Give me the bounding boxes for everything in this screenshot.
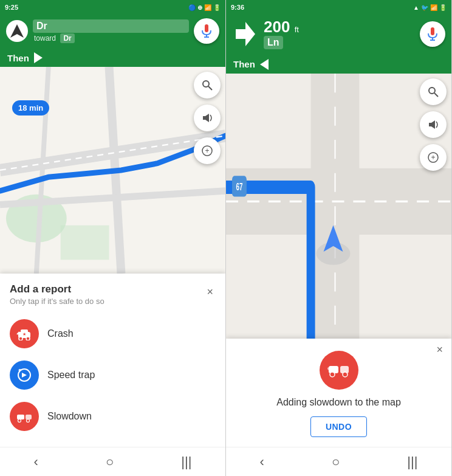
svg-marker-29 (236, 22, 255, 46)
search-button-right[interactable] (420, 78, 447, 105)
status-icons-left: 🔵 ⊕ 📶 🔋 (188, 4, 221, 11)
status-bar-left: 9:25 🔵 ⊕ 📶 🔋 (0, 0, 225, 15)
then-banner-left: Then (0, 49, 225, 67)
undo-button[interactable]: UNDO (310, 416, 367, 437)
slowdown-adding-icon (320, 351, 358, 390)
street-name-right: Ln (264, 36, 283, 49)
status-bar-right: 9:36 ▲ 🐦 📶 🔋 (226, 0, 451, 15)
svg-marker-24 (22, 373, 27, 378)
svg-point-27 (18, 419, 21, 423)
mic-button-left[interactable] (194, 18, 219, 44)
audio-button-right[interactable] (420, 111, 447, 138)
crash-report-item[interactable]: ★ Crash (10, 313, 216, 354)
svg-rect-30 (431, 27, 434, 35)
speed-trap-label: Speed trap (47, 370, 95, 381)
chat-button-right[interactable]: + (420, 144, 447, 171)
adding-slowdown-sheet: × Adding slowdown to the map UNDO (226, 339, 451, 447)
adding-text: Adding slowdown to the map (276, 397, 401, 408)
svg-marker-15 (203, 114, 209, 122)
sheet-header: Add a report Only tap if it's safe to do… (10, 283, 216, 306)
svg-point-50 (330, 372, 335, 377)
slowdown-icon (10, 402, 39, 431)
audio-button-left[interactable] (194, 105, 221, 131)
svg-point-28 (27, 419, 30, 423)
svg-point-21 (26, 337, 30, 340)
float-buttons-left: + (194, 72, 221, 164)
chat-button-left[interactable]: + (194, 137, 221, 164)
svg-point-43 (429, 88, 435, 94)
right-panel: 9:36 ▲ 🐦 📶 🔋 200 ft Ln (226, 0, 452, 476)
svg-marker-33 (260, 59, 269, 70)
bottom-nav-right: ‹ ○ ||| (226, 447, 451, 476)
back-button-right[interactable]: ‹ (260, 454, 264, 470)
map-left: 18 min + (0, 67, 225, 274)
svg-rect-25 (17, 415, 24, 419)
svg-text:★: ★ (22, 332, 26, 336)
close-sheet-button[interactable]: × (204, 283, 216, 301)
map-right: 67 + (226, 74, 451, 339)
svg-line-14 (208, 86, 212, 90)
street-name-left: Dr (33, 19, 189, 33)
svg-rect-26 (26, 415, 32, 419)
svg-point-20 (19, 337, 22, 340)
home-button-left[interactable]: ○ (106, 454, 114, 470)
direction-arrow (6, 20, 28, 42)
eta-badge: 18 min (12, 100, 49, 116)
speed-trap-report-item[interactable]: Speed trap (10, 354, 216, 396)
svg-marker-45 (429, 120, 435, 129)
direction-arrow-right (232, 21, 259, 47)
bottom-nav-left: ‹ ○ ||| (0, 447, 225, 476)
svg-marker-4 (34, 52, 43, 63)
then-banner-right: Then (226, 55, 451, 74)
menu-button-left[interactable]: ||| (181, 454, 191, 470)
distance-display: 200 ft (264, 18, 415, 36)
svg-text:+: + (431, 153, 435, 162)
nav-header-right: 200 ft Ln (226, 15, 451, 55)
menu-button-right[interactable]: ||| (407, 454, 417, 470)
svg-marker-0 (10, 24, 24, 38)
close-adding-button[interactable]: × (436, 343, 443, 356)
svg-text:67: 67 (236, 181, 242, 192)
home-button-right[interactable]: ○ (332, 454, 340, 470)
sheet-subtitle: Only tap if it's safe to do so (10, 297, 104, 306)
slowdown-report-item[interactable]: Slowdown (10, 396, 216, 437)
svg-rect-7 (61, 226, 109, 260)
slowdown-label: Slowdown (47, 411, 92, 422)
time-left: 9:25 (5, 4, 18, 11)
add-report-sheet: Add a report Only tap if it's safe to do… (0, 274, 225, 447)
back-button-left[interactable]: ‹ (34, 454, 38, 470)
svg-point-51 (343, 372, 348, 377)
svg-point-13 (203, 81, 209, 87)
search-button-left[interactable] (194, 72, 221, 98)
speed-trap-icon (10, 360, 39, 390)
svg-line-44 (434, 93, 438, 97)
svg-text:+: + (205, 147, 209, 155)
float-buttons-right: + (420, 78, 447, 171)
time-right: 9:36 (231, 4, 244, 11)
mic-button-right[interactable] (420, 21, 445, 47)
crash-icon: ★ (10, 319, 39, 348)
status-icons-right: ▲ 🐦 📶 🔋 (413, 4, 447, 11)
sheet-title: Add a report (10, 283, 104, 295)
crash-label: Crash (47, 328, 74, 339)
street-info-left: Dr toward Dr (33, 19, 189, 43)
toward-text: toward Dr (33, 34, 189, 43)
nav-header-left: Dr toward Dr (0, 15, 225, 49)
report-list: ★ Crash Speed trap (10, 313, 216, 437)
left-panel: 9:25 🔵 ⊕ 📶 🔋 Dr toward Dr (0, 0, 226, 476)
svg-rect-1 (205, 24, 208, 32)
street-info-right: 200 ft Ln (264, 18, 415, 50)
